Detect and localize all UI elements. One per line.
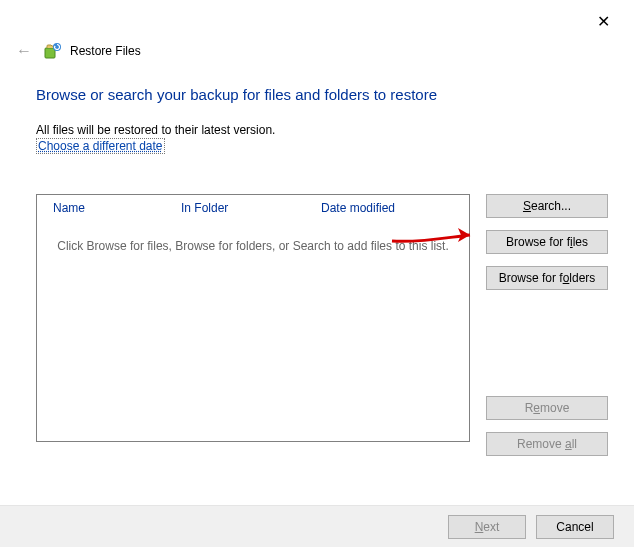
intro-text: All files will be restored to their late… bbox=[36, 123, 608, 137]
remove-button: Remove bbox=[486, 396, 608, 420]
remove-all-button: Remove all bbox=[486, 432, 608, 456]
browse-for-folders-button[interactable]: Browse for folders bbox=[486, 266, 608, 290]
page-heading: Browse or search your backup for files a… bbox=[36, 86, 608, 103]
file-list[interactable]: Name In Folder Date modified Click Brows… bbox=[36, 194, 470, 442]
header: ← Restore Files bbox=[12, 40, 141, 62]
empty-list-hint: Click Browse for files, Browse for folde… bbox=[37, 239, 469, 253]
cancel-button[interactable]: Cancel bbox=[536, 515, 614, 539]
col-in-folder[interactable]: In Folder bbox=[181, 201, 321, 215]
footer: Next Cancel bbox=[0, 505, 634, 547]
browse-for-files-button[interactable]: Browse for files bbox=[486, 230, 608, 254]
svg-rect-0 bbox=[45, 48, 55, 58]
col-date-modified[interactable]: Date modified bbox=[321, 201, 459, 215]
col-name[interactable]: Name bbox=[53, 201, 181, 215]
window-title: Restore Files bbox=[70, 44, 141, 58]
close-button[interactable]: ✕ bbox=[587, 8, 620, 35]
choose-different-date-link[interactable]: Choose a different date bbox=[36, 138, 165, 154]
restore-files-icon bbox=[44, 42, 62, 60]
side-buttons: Search... Browse for files Browse for fo… bbox=[486, 194, 608, 456]
work-area: Name In Folder Date modified Click Brows… bbox=[36, 194, 608, 456]
column-headers: Name In Folder Date modified bbox=[37, 195, 469, 221]
next-button: Next bbox=[448, 515, 526, 539]
search-button[interactable]: Search... bbox=[486, 194, 608, 218]
back-arrow-icon: ← bbox=[12, 40, 36, 62]
main-content: Browse or search your backup for files a… bbox=[36, 86, 608, 154]
